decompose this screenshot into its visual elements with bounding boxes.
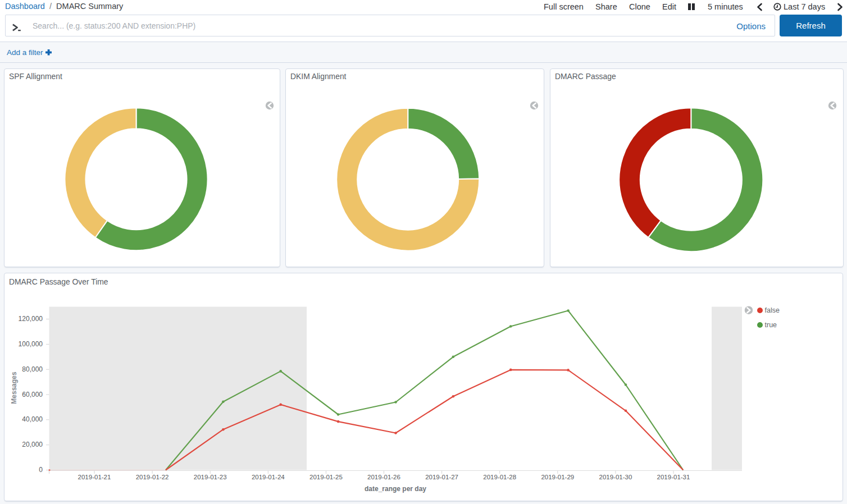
svg-text:20,000: 20,000: [22, 441, 43, 448]
svg-text:2019-01-27: 2019-01-27: [425, 474, 458, 480]
svg-text:2019-01-30: 2019-01-30: [599, 474, 632, 480]
svg-text:2019-01-29: 2019-01-29: [541, 474, 574, 480]
svg-text:true: true: [765, 321, 777, 329]
svg-text:120,000: 120,000: [19, 315, 43, 323]
svg-text:date_range per day: date_range per day: [365, 485, 426, 493]
svg-text:100,000: 100,000: [19, 340, 43, 347]
svg-text:0: 0: [39, 466, 43, 474]
svg-text:80,000: 80,000: [22, 365, 43, 373]
svg-text:false: false: [765, 306, 780, 314]
svg-text:2019-01-31: 2019-01-31: [657, 474, 690, 480]
svg-text:Messages: Messages: [10, 371, 18, 404]
svg-text:40,000: 40,000: [22, 415, 43, 423]
svg-text:2019-01-23: 2019-01-23: [194, 474, 227, 480]
svg-text:60,000: 60,000: [22, 390, 43, 398]
svg-text:2019-01-26: 2019-01-26: [367, 474, 400, 480]
svg-text:2019-01-25: 2019-01-25: [309, 474, 343, 480]
svg-text:2019-01-24: 2019-01-24: [252, 474, 285, 480]
svg-text:2019-01-21: 2019-01-21: [78, 474, 111, 480]
svg-text:2019-01-28: 2019-01-28: [483, 474, 516, 480]
svg-text:2019-01-22: 2019-01-22: [136, 474, 169, 480]
